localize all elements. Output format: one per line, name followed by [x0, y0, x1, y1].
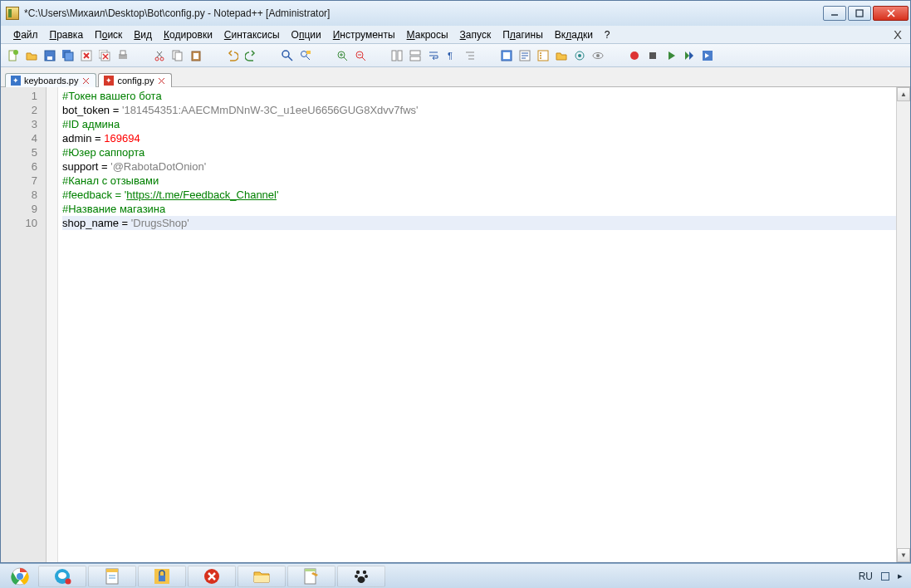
open-file-icon[interactable]	[24, 48, 39, 63]
svg-point-71	[17, 573, 23, 580]
menu-macros[interactable]: Макросы	[401, 27, 454, 42]
code-area[interactable]: #Токен вашего бота bot_token = '18145435…	[58, 87, 896, 562]
menu-search[interactable]: Поиск	[89, 27, 128, 42]
svg-rect-9	[65, 52, 73, 61]
indent-guide-icon[interactable]	[463, 48, 478, 63]
tray-icon[interactable]: ▸	[898, 571, 903, 581]
taskbar-app-chat[interactable]	[38, 566, 86, 587]
svg-rect-80	[159, 576, 165, 581]
editor[interactable]: 123 456 789 10 #Токен вашего бота bot_to…	[1, 87, 910, 562]
sync-h-icon[interactable]	[408, 48, 423, 63]
svg-rect-18	[120, 51, 125, 55]
taskbar-app-paw[interactable]	[337, 566, 385, 587]
file-tab-label: config.py	[117, 76, 154, 86]
svg-rect-64	[649, 52, 656, 59]
title-bar[interactable]: *C:\Users\Михаил\Desktop\Bot\config.py -…	[1, 1, 910, 26]
file-tab-bar: ✦ keyboards.py ✦ config.py	[1, 67, 910, 87]
minimize-button[interactable]	[823, 6, 846, 21]
file-saved-icon: ✦	[11, 76, 21, 86]
monitor-icon[interactable]	[572, 48, 587, 63]
record-macro-icon[interactable]	[627, 48, 642, 63]
taskbar-app-lock[interactable]	[138, 566, 186, 587]
cut-icon[interactable]	[152, 48, 167, 63]
print-icon[interactable]	[115, 48, 130, 63]
close-tab-icon[interactable]	[81, 76, 91, 86]
close-tab-icon[interactable]	[157, 76, 166, 86]
taskbar-app-notepadpp[interactable]	[287, 566, 336, 587]
chrome-icon[interactable]	[3, 566, 37, 587]
menu-edit[interactable]: Правка	[44, 27, 90, 42]
svg-line-28	[288, 56, 292, 61]
play-macro-icon[interactable]	[664, 48, 678, 63]
scroll-up-icon[interactable]: ▲	[897, 87, 910, 101]
svg-rect-39	[392, 51, 396, 61]
redo-icon[interactable]	[243, 48, 258, 63]
zoom-out-icon[interactable]	[353, 48, 368, 63]
show-chars-icon[interactable]: ¶	[444, 48, 459, 63]
window-title: *C:\Users\Михаил\Desktop\Bot\config.py -…	[24, 7, 823, 19]
copy-icon[interactable]	[170, 48, 185, 63]
sync-v-icon[interactable]	[389, 48, 404, 63]
svg-rect-42	[410, 56, 420, 61]
hide-icon[interactable]	[590, 48, 605, 63]
paste-icon[interactable]	[189, 48, 203, 63]
close-button[interactable]	[873, 6, 909, 21]
vertical-scrollbar[interactable]: ▲ ▼	[896, 87, 910, 562]
menu-syntax[interactable]: Синтаксисы	[218, 27, 286, 42]
svg-rect-41	[410, 51, 420, 55]
svg-point-63	[630, 51, 639, 60]
taskbar[interactable]: RU ▸	[0, 563, 911, 588]
menu-options[interactable]: Опции	[286, 27, 327, 42]
svg-point-20	[160, 57, 164, 61]
taskbar-app-notes[interactable]	[88, 566, 136, 587]
ud-lang-icon[interactable]	[499, 48, 514, 63]
svg-rect-31	[306, 51, 311, 54]
save-macro-icon[interactable]	[700, 48, 715, 63]
svg-point-58	[540, 57, 541, 59]
replace-icon[interactable]	[298, 48, 313, 63]
svg-point-74	[66, 578, 71, 584]
doc-map-icon[interactable]	[517, 48, 532, 63]
svg-rect-55	[538, 51, 548, 61]
svg-point-60	[578, 54, 581, 57]
menu-help[interactable]: ?	[599, 27, 616, 42]
maximize-button[interactable]	[848, 6, 871, 21]
menu-view[interactable]: Вид	[128, 27, 158, 42]
find-icon[interactable]	[280, 48, 295, 63]
undo-icon[interactable]	[225, 48, 240, 63]
close-all-icon[interactable]	[97, 48, 112, 63]
folder-workspace-icon[interactable]	[554, 48, 569, 63]
close-file-icon[interactable]	[79, 48, 94, 63]
file-tab-config[interactable]: ✦ config.py	[98, 73, 172, 87]
wrap-icon[interactable]	[426, 48, 441, 63]
file-tab-keyboards[interactable]: ✦ keyboards.py	[5, 73, 96, 87]
stop-macro-icon[interactable]	[645, 48, 660, 63]
menu-tools[interactable]: Инструменты	[327, 27, 401, 42]
svg-point-88	[363, 570, 366, 573]
new-file-icon[interactable]	[6, 48, 21, 63]
system-tray[interactable]: RU ▸	[859, 571, 908, 582]
svg-line-35	[344, 57, 347, 61]
save-icon[interactable]	[42, 48, 57, 63]
play-multi-icon[interactable]	[682, 48, 697, 63]
func-list-icon[interactable]	[536, 48, 551, 63]
zoom-in-icon[interactable]	[335, 48, 350, 63]
menu-close-x[interactable]: X	[885, 27, 910, 42]
svg-point-27	[282, 51, 289, 57]
svg-rect-86	[305, 569, 316, 571]
svg-point-87	[356, 570, 360, 573]
menu-bar: Файл Правка Поиск Вид Кодировки Синтакси…	[1, 26, 910, 44]
menu-file[interactable]: Файл	[7, 27, 44, 42]
tray-flag-icon[interactable]	[881, 572, 889, 581]
scroll-down-icon[interactable]: ▼	[897, 548, 910, 562]
taskbar-app-explorer[interactable]	[238, 566, 286, 587]
menu-run[interactable]: Запуск	[454, 27, 497, 42]
menu-plugins[interactable]: Плагины	[497, 27, 549, 42]
save-all-icon[interactable]	[61, 48, 76, 63]
menu-encoding[interactable]: Кодировки	[158, 27, 218, 42]
svg-rect-24	[175, 52, 182, 61]
menu-tabs[interactable]: Вкладки	[549, 27, 599, 42]
language-indicator[interactable]: RU	[859, 571, 873, 582]
taskbar-app-close[interactable]	[188, 566, 236, 587]
svg-point-90	[365, 575, 368, 578]
